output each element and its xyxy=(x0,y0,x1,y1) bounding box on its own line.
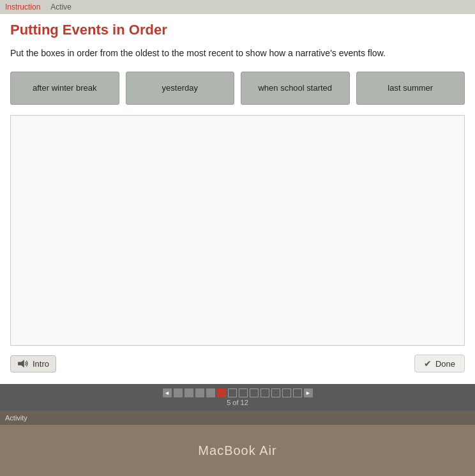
label-bar: Activity xyxy=(0,411,475,425)
intro-button[interactable]: Intro xyxy=(10,355,56,372)
svg-marker-0 xyxy=(18,360,24,367)
activity-area: Putting Events in Order Put the boxes in… xyxy=(0,14,475,384)
nav-next-button[interactable]: ► xyxy=(304,388,313,397)
instruction-tab[interactable]: Instruction xyxy=(5,3,40,12)
instruction-text: Put the boxes in order from the oldest t… xyxy=(10,47,465,60)
speaker-icon xyxy=(17,359,29,368)
checkmark-icon: ✔ xyxy=(424,358,432,369)
drag-box-4[interactable]: last summer xyxy=(356,72,465,105)
nav-pagination: ◄ ► xyxy=(163,388,313,397)
activity-label: Activity xyxy=(5,414,27,422)
drag-box-2[interactable]: yesterday xyxy=(126,72,235,105)
drag-box-3[interactable]: when school started xyxy=(241,72,350,105)
nav-prev-button[interactable]: ◄ xyxy=(163,388,172,397)
nav-bar: ◄ ► 5 of 12 xyxy=(0,384,475,411)
nav-box-4[interactable] xyxy=(206,388,215,397)
main-content: Putting Events in Order Put the boxes in… xyxy=(0,14,475,384)
done-button[interactable]: ✔ Done xyxy=(414,355,465,372)
drop-zone[interactable] xyxy=(10,115,465,346)
page-title: Putting Events in Order xyxy=(10,22,465,38)
page-indicator: 5 of 12 xyxy=(227,399,248,406)
nav-box-3[interactable] xyxy=(195,388,204,397)
nav-box-11[interactable] xyxy=(282,388,291,397)
nav-box-1[interactable] xyxy=(174,388,183,397)
nav-box-2[interactable] xyxy=(185,388,193,397)
nav-box-10[interactable] xyxy=(271,388,280,397)
nav-box-6[interactable] xyxy=(228,388,237,397)
boxes-row: after winter break yesterday when school… xyxy=(10,72,465,105)
nav-box-9[interactable] xyxy=(260,388,269,397)
nav-box-12[interactable] xyxy=(293,388,302,397)
nav-box-7[interactable] xyxy=(239,388,248,397)
nav-box-5[interactable] xyxy=(217,388,226,397)
macbook-label: MacBook Air xyxy=(198,443,276,458)
activity-bottom: Intro ✔ Done xyxy=(10,351,465,376)
drag-box-1[interactable]: after winter break xyxy=(10,72,119,105)
nav-box-8[interactable] xyxy=(250,388,259,397)
macbook-area: MacBook Air xyxy=(0,425,475,476)
top-bar: Instruction Active xyxy=(0,0,475,14)
active-tab: Active xyxy=(50,3,72,12)
